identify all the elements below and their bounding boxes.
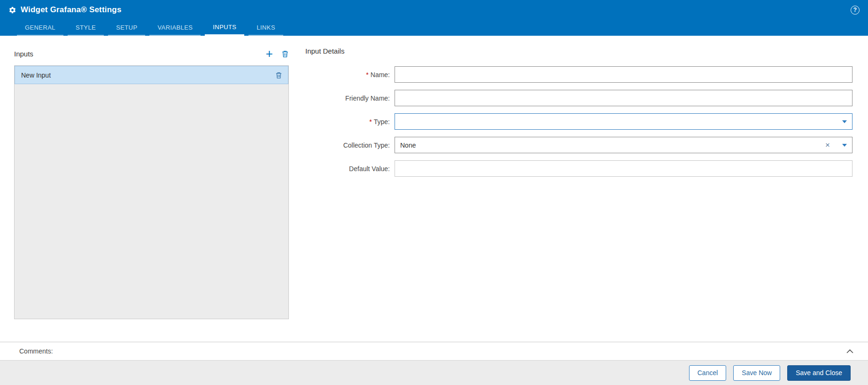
- friendly-name-row: Friendly Name:: [305, 90, 852, 106]
- inputs-list-panel: Inputs + New Input: [14, 47, 289, 342]
- cancel-button[interactable]: Cancel: [689, 365, 727, 381]
- name-field-wrap: [395, 66, 852, 83]
- type-select[interactable]: [395, 113, 852, 130]
- inputs-list-title: Inputs: [14, 50, 33, 58]
- help-icon[interactable]: ?: [851, 6, 860, 15]
- name-label: *Name:: [305, 71, 395, 79]
- collection-type-label: Collection Type:: [305, 141, 395, 149]
- save-and-close-button[interactable]: Save and Close: [787, 365, 851, 381]
- trash-icon: [281, 50, 289, 58]
- friendly-name-field-wrap: [395, 90, 852, 106]
- save-now-button[interactable]: Save Now: [733, 365, 780, 381]
- tab-inputs[interactable]: INPUTS: [205, 20, 244, 36]
- tab-general[interactable]: GENERAL: [17, 21, 63, 36]
- type-row: *Type:: [305, 113, 852, 130]
- add-input-button[interactable]: +: [266, 49, 273, 58]
- plus-icon: +: [266, 49, 273, 58]
- name-field[interactable]: [395, 66, 852, 83]
- row-delete-button[interactable]: [275, 71, 282, 79]
- collection-type-select[interactable]: None ×: [395, 137, 852, 153]
- default-value-field[interactable]: [395, 160, 852, 177]
- collection-type-row: Collection Type: None ×: [305, 137, 852, 153]
- list-item-label: New Input: [21, 71, 51, 79]
- tab-variables[interactable]: VARIABLES: [149, 21, 201, 36]
- list-item[interactable]: New Input: [15, 66, 288, 84]
- clear-icon[interactable]: ×: [825, 141, 830, 149]
- title-bar: Widget Grafana® Settings ?: [0, 0, 868, 20]
- main-content: Inputs + New Input: [0, 36, 868, 342]
- comments-label: Comments:: [19, 347, 53, 355]
- inputs-list-header: Inputs +: [14, 47, 289, 60]
- tab-setup[interactable]: SETUP: [108, 21, 145, 36]
- tab-bar: GENERAL STYLE SETUP VARIABLES INPUTS LIN…: [0, 20, 868, 36]
- tab-style[interactable]: STYLE: [68, 21, 104, 36]
- friendly-name-field[interactable]: [395, 90, 852, 106]
- type-field-wrap: [395, 113, 852, 130]
- chevron-up-icon[interactable]: [846, 349, 853, 354]
- header: Widget Grafana® Settings ? GENERAL STYLE…: [0, 0, 868, 36]
- gear-icon: [8, 6, 16, 14]
- default-value-field-wrap: [395, 160, 852, 177]
- settings-window: Widget Grafana® Settings ? GENERAL STYLE…: [0, 0, 868, 385]
- trash-icon: [275, 71, 282, 79]
- page-title: Widget Grafana® Settings: [21, 5, 122, 15]
- type-label: *Type:: [305, 118, 395, 126]
- friendly-name-label: Friendly Name:: [305, 94, 395, 102]
- inputs-list[interactable]: New Input: [14, 65, 289, 319]
- required-marker: *: [369, 118, 372, 126]
- collection-type-field-wrap: None ×: [395, 137, 852, 153]
- required-marker: *: [366, 71, 368, 79]
- collection-type-select-value: None: [400, 141, 416, 149]
- tab-links[interactable]: LINKS: [248, 21, 283, 36]
- caret-down-icon[interactable]: [842, 120, 847, 123]
- caret-down-icon[interactable]: [842, 144, 847, 147]
- default-value-row: Default Value:: [305, 160, 852, 177]
- comments-bar: Comments:: [0, 342, 868, 360]
- delete-input-button[interactable]: [281, 50, 289, 58]
- footer-bar: Cancel Save Now Save and Close: [0, 360, 868, 385]
- default-value-label: Default Value:: [305, 165, 395, 173]
- inputs-list-actions: +: [266, 49, 289, 58]
- name-row: *Name:: [305, 66, 852, 83]
- input-details-title: Input Details: [305, 47, 852, 55]
- input-details-panel: Input Details *Name: Friendly Name: *Typ…: [305, 47, 852, 342]
